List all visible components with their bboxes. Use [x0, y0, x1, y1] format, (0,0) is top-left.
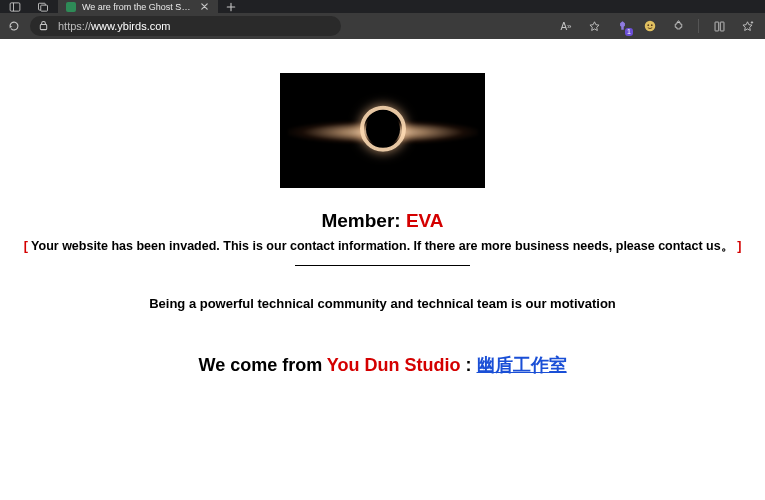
- tab-favicon: [66, 2, 76, 12]
- url-text: https://www.ybirds.com: [58, 20, 171, 32]
- motivation-line: Being a powerful technical community and…: [0, 296, 765, 311]
- url-host: www.ybirds.com: [91, 20, 170, 32]
- svg-rect-9: [715, 22, 719, 31]
- collections-icon[interactable]: [711, 18, 727, 34]
- toolbar-right: A» 1: [558, 18, 759, 34]
- refresh-icon[interactable]: [6, 18, 22, 34]
- svg-rect-3: [41, 5, 48, 11]
- page-content: Member: EVA [ Your website has been inva…: [0, 39, 765, 500]
- tab-strip: We are from the Ghost Shield Ca: [58, 0, 244, 13]
- panel-left-icon[interactable]: [8, 0, 22, 14]
- favorite-add-icon[interactable]: [739, 18, 755, 34]
- member-name: EVA: [406, 210, 444, 231]
- toolbar-separator: [698, 19, 699, 33]
- notice-bracket-close: ]: [734, 239, 742, 253]
- svg-rect-0: [10, 2, 20, 10]
- svg-point-8: [651, 24, 653, 26]
- svg-rect-5: [621, 26, 623, 29]
- notice-bracket-open: [: [24, 239, 31, 253]
- hero-image-blackhole: [280, 73, 485, 188]
- member-line: Member: EVA: [0, 210, 765, 232]
- new-tab-button[interactable]: [218, 0, 244, 13]
- svg-rect-10: [720, 22, 724, 31]
- profile-icon[interactable]: [642, 18, 658, 34]
- lock-icon: [38, 20, 50, 32]
- notice-line: [ Your website has been invaded. This is…: [0, 238, 765, 255]
- origin-link[interactable]: 幽盾工作室: [477, 355, 567, 375]
- titlebar: We are from the Ghost Shield Ca: [0, 0, 765, 13]
- tab-title: We are from the Ghost Shield Ca: [82, 2, 194, 12]
- origin-line: We come from You Dun Studio : 幽盾工作室: [0, 353, 765, 377]
- svg-point-7: [647, 24, 649, 26]
- favorite-icon[interactable]: [586, 18, 602, 34]
- url-field[interactable]: https://www.ybirds.com: [30, 16, 341, 36]
- reader-icon[interactable]: A»: [558, 18, 574, 34]
- svg-point-6: [645, 21, 656, 32]
- extensions-menu-icon[interactable]: [670, 18, 686, 34]
- svg-rect-4: [40, 25, 46, 30]
- extensions-badge: 1: [625, 28, 633, 36]
- titlebar-leading-icons: [0, 0, 58, 13]
- origin-prefix: We come from: [198, 355, 326, 375]
- url-scheme: https://: [58, 20, 91, 32]
- divider: [295, 265, 470, 266]
- address-bar: https://www.ybirds.com A» 1: [0, 13, 765, 39]
- close-icon[interactable]: [200, 2, 210, 12]
- origin-studio: You Dun Studio: [327, 355, 461, 375]
- notice-text: Your website has been invaded. This is o…: [31, 239, 734, 253]
- extensions-icon[interactable]: 1: [614, 18, 630, 34]
- origin-separator: :: [461, 355, 477, 375]
- tab-active[interactable]: We are from the Ghost Shield Ca: [58, 0, 218, 13]
- panel-overlay-icon[interactable]: [36, 0, 50, 14]
- member-label: Member:: [321, 210, 405, 231]
